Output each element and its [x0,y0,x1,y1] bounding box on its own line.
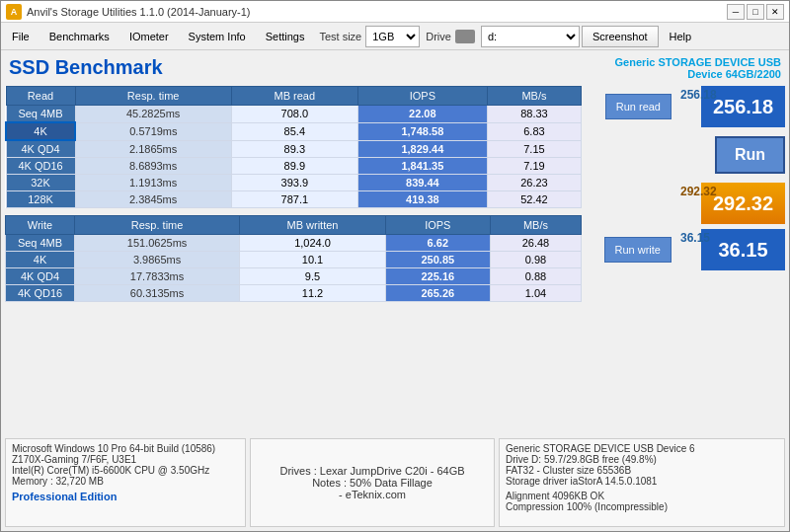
storage-line3: FAT32 - Cluster size 65536B [506,465,778,476]
row-128k-label: 128K [6,191,75,208]
device-line1: Generic STORAGE DEVICE USB [614,56,781,68]
system-info-box: Microsoft Windows 10 Pro 64-bit Build (1… [5,438,246,527]
read-table: Read Resp. time MB read IOPS MB/s Seq 4M… [5,86,582,208]
wrow-seq4mb-mbs: 26.48 [490,235,581,252]
wrow-4kqd4-mbs: 0.88 [490,268,581,285]
drive-icon [455,30,475,43]
device-line2: Device 64GB/2200 [614,68,781,80]
resp-time-write-col-header: Resp. time [75,216,240,235]
drive-select[interactable]: d: c: [481,26,580,47]
maximize-button[interactable]: □ [747,4,764,20]
total-score-small: 292.32 [680,185,717,198]
row-4kqd4-label: 4K QD4 [6,140,75,158]
wrow-4k-mb: 10.1 [240,252,386,268]
menu-help[interactable]: Help [661,27,701,46]
row-4kqd4-mb: 89.3 [231,140,357,158]
row-128k-iops: 419.38 [357,191,487,208]
row-32k-label: 32K [6,175,75,191]
window-title: Anvil's Storage Utilities 1.1.0 (2014-Ja… [27,6,250,18]
wrow-4kqd16-mbs: 1.04 [490,285,581,302]
row-128k-mbs: 52.42 [487,191,581,208]
table-row: 4K 0.5719ms 85.4 1,748.58 6.83 [6,122,582,140]
row-seq4mb-mb: 708.0 [231,106,357,123]
write-table: Write Resp. time MB written IOPS MB/s Se… [5,215,582,302]
row-seq4mb-resp: 45.2825ms [75,106,231,123]
write-score-value: 36.15 [701,229,785,270]
row-32k-mbs: 26.23 [487,175,581,191]
row-4k-mbs: 6.83 [487,122,581,140]
read-score-display: 256.18 256.18 [676,86,785,127]
title-bar-left: A Anvil's Storage Utilities 1.1.0 (2014-… [6,4,250,20]
resp-time-col-header: Resp. time [75,87,231,106]
mbs-write-col-header: MB/s [490,216,581,235]
write-score-group: Run write 36.15 36.15 [604,229,785,270]
write-score-display: 36.15 36.15 [676,229,785,270]
write-score-small: 36.15 [680,231,710,245]
table-row: 32K 1.1913ms 393.9 839.44 26.23 [6,175,582,191]
main-content: SSD Benchmark Generic STORAGE DEVICE USB… [1,50,789,531]
run-write-button[interactable]: Run write [604,237,672,263]
menu-iometer[interactable]: IOmeter [120,27,178,46]
wrow-seq4mb-label: Seq 4MB [6,235,75,252]
app-icon: A [6,4,22,20]
wrow-4kqd16-iops: 265.26 [385,285,490,302]
table-row: 4K QD4 2.1865ms 89.3 1,829.44 7.15 [6,140,582,158]
wrow-4k-label: 4K [6,252,75,268]
menu-bar: File Benchmarks IOmeter System Info Sett… [1,23,789,50]
table-row: Seq 4MB 45.2825ms 708.0 22.08 88.33 [6,106,582,123]
wrow-4k-resp: 3.9865ms [75,252,240,268]
wrow-4kqd16-resp: 60.3135ms [75,285,240,302]
storage-line2: Drive D: 59.7/29.8GB free (49.8%) [506,454,778,465]
drive-label: Drive [426,31,451,42]
menu-settings[interactable]: Settings [257,27,314,46]
test-size-select[interactable]: 1GB 4GB 8GB [365,26,420,47]
wrow-4kqd4-label: 4K QD4 [6,268,75,285]
drives-info-box: Drives : Lexar JumpDrive C20i - 64GB Not… [250,438,495,527]
write-col-header: Write [6,216,75,235]
sys-info-line4: Memory : 32,720 MB [12,476,239,487]
table-row: 128K 2.3845ms 787.1 419.38 52.42 [6,191,582,208]
right-panel: Run read 256.18 256.18 Run 292.32 292.32 [588,86,785,434]
table-row: 4K QD16 8.6893ms 89.9 1,841.35 7.19 [6,158,582,175]
window-controls: ─ □ ✕ [727,4,784,20]
drives-title: Drives : Lexar JumpDrive C20i - 64GB [259,465,486,477]
menu-file[interactable]: File [3,27,39,46]
read-score-group: Run read 256.18 256.18 [605,86,785,127]
row-128k-resp: 2.3845ms [75,191,231,208]
row-4kqd4-iops: 1,829.44 [357,140,487,158]
row-4k-iops: 1,748.58 [357,122,487,140]
test-size-label: Test size [319,31,361,42]
row-4k-mb: 85.4 [231,122,357,140]
drives-notes: Notes : 50% Data Fillage [259,477,486,489]
storage-line4: Storage driver iaStorA 14.5.0.1081 [506,476,778,487]
close-button[interactable]: ✕ [766,4,784,20]
main-window: A Anvil's Storage Utilities 1.1.0 (2014-… [0,0,790,532]
row-32k-iops: 839.44 [357,175,487,191]
total-score-group: 292.32 292.32 [676,183,785,224]
menu-system-info[interactable]: System Info [180,27,255,46]
row-128k-mb: 787.1 [231,191,357,208]
read-col-header: Read [6,87,75,106]
wrow-seq4mb-iops: 6.62 [385,235,490,252]
storage-line1: Generic STORAGE DEVICE USB Device 6 [506,443,778,454]
screenshot-button[interactable]: Screenshot [582,26,659,47]
wrow-4kqd4-resp: 17.7833ms [75,268,240,285]
storage-line6: Compression 100% (Incompressible) [506,501,778,512]
table-row: 4K 3.9865ms 10.1 250.85 0.98 [6,252,582,268]
storage-line5: Alignment 4096KB OK [506,491,778,501]
wrow-4k-iops: 250.85 [385,252,490,268]
read-score-small: 256.18 [680,88,717,102]
drives-sub: - eTeknix.com [259,489,486,500]
run-read-button[interactable]: Run read [605,94,672,119]
device-info: Generic STORAGE DEVICE USB Device 64GB/2… [614,56,781,80]
wrow-4kqd4-iops: 225.16 [385,268,490,285]
mb-written-col-header: MB written [240,216,386,235]
total-score-display: 292.32 292.32 [676,183,785,224]
minimize-button[interactable]: ─ [727,4,745,20]
ssd-header: SSD Benchmark Generic STORAGE DEVICE USB… [5,54,785,82]
menu-benchmarks[interactable]: Benchmarks [40,27,118,46]
row-seq4mb-iops: 22.08 [357,106,487,123]
row-4kqd16-mbs: 7.19 [487,158,581,175]
run-button[interactable]: Run [715,136,785,174]
row-4kqd16-iops: 1,841.35 [357,158,487,175]
